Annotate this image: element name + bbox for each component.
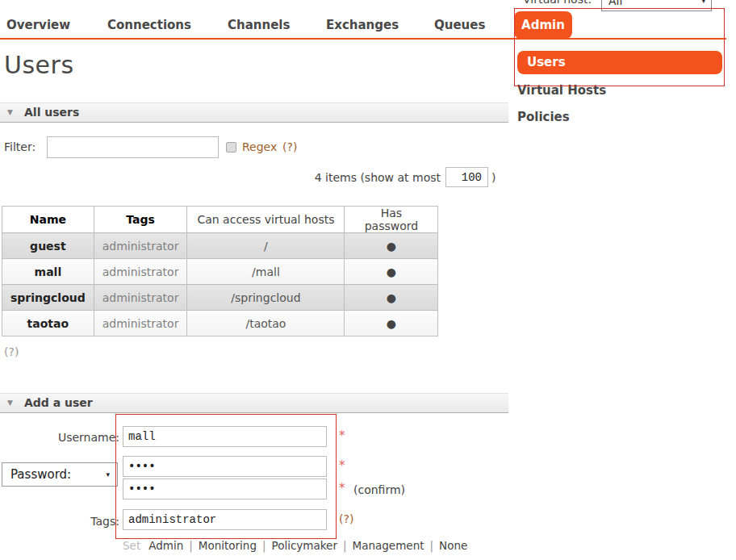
add-user-title: Add a user: [24, 396, 93, 409]
has-password-dot: ●: [345, 233, 438, 259]
regex-label: Regex: [242, 140, 277, 153]
tags-label: Tags:: [0, 515, 119, 528]
page-title: Users: [4, 51, 74, 79]
required-asterisk: *: [339, 458, 345, 473]
nav-underline: [0, 38, 726, 40]
col-header-name[interactable]: Name: [2, 207, 94, 233]
table-row: taotao administrator /taotao ●: [2, 311, 438, 336]
regex-help-link[interactable]: (?): [282, 140, 297, 153]
items-count-text: 4 items (show at most: [307, 171, 441, 184]
show-at-most-input[interactable]: [445, 167, 488, 187]
set-tag-management[interactable]: Management: [353, 539, 424, 552]
table-row: springcloud administrator /springcloud ●: [2, 285, 438, 311]
sidebar-item-virtual-hosts[interactable]: Virtual Hosts: [517, 83, 606, 98]
confirm-label: (confirm): [353, 483, 405, 496]
table-row: mall administrator /mall ●: [2, 259, 438, 285]
user-tags: administrator: [94, 259, 187, 285]
table-help-link[interactable]: (?): [4, 345, 19, 358]
sidebar-item-users[interactable]: Users: [517, 51, 722, 74]
tab-channels[interactable]: Channels: [228, 18, 290, 32]
chevron-down-icon: ▾: [106, 470, 110, 479]
set-tag-policymaker[interactable]: Policymaker: [272, 539, 337, 552]
virtual-host-select[interactable]: All ▾: [601, 0, 712, 11]
has-password-dot: ●: [345, 311, 438, 336]
tags-input[interactable]: [123, 509, 327, 530]
col-header-vhosts: Can access virtual hosts: [187, 207, 345, 233]
virtual-host-value: All: [608, 0, 622, 7]
all-users-title: All users: [24, 106, 79, 119]
separator: |: [429, 539, 433, 552]
all-users-section-header[interactable]: ▼ All users: [0, 102, 508, 123]
required-asterisk: *: [339, 428, 345, 443]
password-select-value: Password:: [10, 467, 71, 482]
rabbitmq-users-page: Virtual host: All ▾ Overview Connections…: [0, 0, 736, 560]
user-name[interactable]: guest: [2, 233, 94, 259]
required-asterisk: *: [339, 481, 345, 495]
user-vhosts: /springcloud: [187, 285, 345, 311]
set-tag-monitoring[interactable]: Monitoring: [199, 539, 257, 552]
password-confirm-input[interactable]: [123, 479, 327, 499]
set-label: Set: [123, 539, 140, 552]
col-header-tags[interactable]: Tags: [94, 207, 187, 233]
filter-label: Filter:: [4, 140, 36, 153]
chevron-down-icon: ▾: [701, 0, 705, 5]
user-name[interactable]: mall: [2, 259, 94, 285]
separator: |: [262, 539, 266, 552]
add-user-section-header[interactable]: ▼ Add a user: [0, 393, 508, 413]
collapse-triangle-icon[interactable]: ▼: [7, 108, 13, 116]
set-tag-admin[interactable]: Admin: [148, 539, 183, 552]
has-password-dot: ●: [345, 259, 438, 285]
items-count-close-paren: ): [491, 171, 496, 184]
has-password-dot: ●: [345, 285, 438, 311]
password-input[interactable]: [123, 456, 327, 477]
regex-checkbox[interactable]: [226, 142, 236, 153]
sidebar-item-policies[interactable]: Policies: [517, 110, 570, 124]
tab-overview[interactable]: Overview: [6, 18, 70, 32]
tags-help-link[interactable]: (?): [339, 512, 353, 525]
user-name[interactable]: taotao: [2, 311, 94, 336]
user-name[interactable]: springcloud: [2, 285, 94, 311]
tag-shortcut-row: SetAdmin|Monitoring|Policymaker|Manageme…: [123, 539, 467, 552]
col-header-has-password: Has password: [345, 207, 438, 233]
tab-admin[interactable]: Admin: [514, 11, 572, 39]
user-vhosts: /taotao: [187, 311, 345, 336]
tab-queues[interactable]: Queues: [434, 18, 485, 32]
table-header-row: Name Tags Can access virtual hosts Has p…: [2, 207, 438, 233]
set-tag-none[interactable]: None: [439, 539, 467, 552]
separator: |: [189, 539, 193, 552]
username-label: Username:: [0, 431, 119, 444]
user-vhosts: /: [187, 233, 345, 259]
users-table: Name Tags Can access virtual hosts Has p…: [2, 206, 438, 336]
virtual-host-label: Virtual host:: [523, 0, 592, 6]
filter-input[interactable]: [47, 136, 219, 158]
user-tags: administrator: [94, 311, 187, 336]
separator: |: [343, 539, 347, 552]
collapse-triangle-icon[interactable]: ▼: [7, 399, 13, 407]
user-vhosts: /mall: [187, 259, 345, 285]
user-tags: administrator: [94, 285, 187, 311]
table-row: guest administrator / ●: [2, 233, 438, 259]
tab-exchanges[interactable]: Exchanges: [326, 18, 399, 32]
user-tags: administrator: [94, 233, 187, 259]
username-input[interactable]: [123, 426, 327, 447]
tab-connections[interactable]: Connections: [107, 18, 191, 32]
password-type-select[interactable]: Password: ▾: [2, 462, 118, 487]
